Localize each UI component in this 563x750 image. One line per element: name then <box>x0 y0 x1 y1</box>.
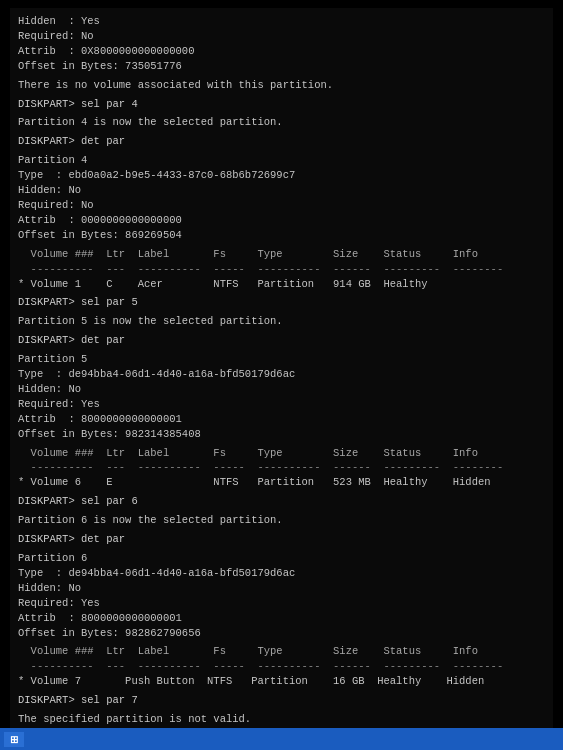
output-line: Offset in Bytes: 735051776 <box>18 59 545 74</box>
output-line: Attrib : 8000000000000001 <box>18 412 545 427</box>
output-line: Required: No <box>18 198 545 213</box>
output-line: Required: No <box>18 29 545 44</box>
table-header-row: Volume ### Ltr Label Fs Type Size Status… <box>18 446 545 461</box>
prompt-line: DISKPART> det par <box>18 134 545 149</box>
terminal-window: Hidden : YesRequired: NoAttrib : 0X80000… <box>10 8 553 742</box>
table-separator-row: ---------- --- ---------- ----- --------… <box>18 262 545 277</box>
table-header-row: Volume ### Ltr Label Fs Type Size Status… <box>18 247 545 262</box>
prompt-line: DISKPART> sel par 5 <box>18 295 545 310</box>
output-line: Partition 5 is now the selected partitio… <box>18 314 545 329</box>
output-line: Hidden: No <box>18 581 545 596</box>
output-line: Type : de94bba4-06d1-4d40-a16a-bfd50179d… <box>18 367 545 382</box>
start-button[interactable]: ⊞ <box>4 732 24 747</box>
table-data-row: * Volume 1 C Acer NTFS Partition 914 GB … <box>18 277 545 292</box>
prompt-line: DISKPART> det par <box>18 532 545 547</box>
output-line: Hidden : Yes <box>18 14 545 29</box>
table-data-row: * Volume 6 E NTFS Partition 523 MB Healt… <box>18 475 545 490</box>
prompt-line: DISKPART> sel par 6 <box>18 494 545 509</box>
prompt-line: DISKPART> det par <box>18 333 545 348</box>
output-line: Type : de94bba4-06d1-4d40-a16a-bfd50179d… <box>18 566 545 581</box>
output-line: The specified partition is not valid. <box>18 712 545 727</box>
prompt-line: DISKPART> sel par 4 <box>18 97 545 112</box>
taskbar: ⊞ <box>0 728 563 750</box>
output-line: Hidden: No <box>18 183 545 198</box>
table-header-row: Volume ### Ltr Label Fs Type Size Status… <box>18 644 545 659</box>
table-separator-row: ---------- --- ---------- ----- --------… <box>18 659 545 674</box>
table-data-row: * Volume 7 Push Button NTFS Partition 16… <box>18 674 545 689</box>
output-line: Hidden: No <box>18 382 545 397</box>
output-line: Partition 6 <box>18 551 545 566</box>
output-line: Attrib : 0X8000000000000000 <box>18 44 545 59</box>
output-line: Offset in Bytes: 982314385408 <box>18 427 545 442</box>
prompt-line: DISKPART> sel par 7 <box>18 693 545 708</box>
output-line: Partition 6 is now the selected partitio… <box>18 513 545 528</box>
output-line: Required: Yes <box>18 596 545 611</box>
output-line: Partition 4 <box>18 153 545 168</box>
output-line: Partition 5 <box>18 352 545 367</box>
output-line: Attrib : 8000000000000001 <box>18 611 545 626</box>
output-line: Attrib : 0000000000000000 <box>18 213 545 228</box>
output-line: Partition 4 is now the selected partitio… <box>18 115 545 130</box>
output-line: Offset in Bytes: 869269504 <box>18 228 545 243</box>
output-line: There is no volume associated with this … <box>18 78 545 93</box>
output-line: Type : ebd0a0a2-b9e5-4433-87c0-68b6b7269… <box>18 168 545 183</box>
output-line: Required: Yes <box>18 397 545 412</box>
output-line: Offset in Bytes: 982862790656 <box>18 626 545 641</box>
table-separator-row: ---------- --- ---------- ----- --------… <box>18 460 545 475</box>
